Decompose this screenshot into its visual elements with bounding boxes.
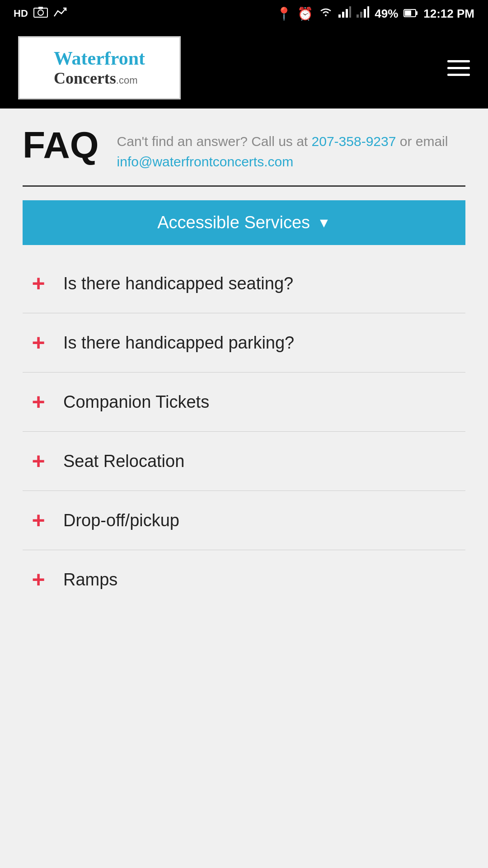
expand-icon: + [27, 272, 50, 295]
faq-contact-info: Can't find an answer? Call us at 207-358… [117, 127, 465, 172]
page-title: FAQ [23, 127, 99, 164]
svg-rect-8 [360, 12, 362, 18]
logo[interactable]: Waterfront Concerts .com [18, 36, 181, 99]
svg-rect-5 [346, 9, 348, 18]
faq-item-seat-relocation[interactable]: + Seat Relocation [23, 432, 465, 491]
faq-item-handicapped-parking[interactable]: + Is there handicapped parking? [23, 313, 465, 373]
expand-icon: + [27, 568, 50, 591]
expand-icon: + [27, 331, 50, 354]
svg-rect-7 [357, 14, 359, 18]
status-bar-right: 📍 ⏰ 49% [276, 6, 474, 21]
location-icon: 📍 [276, 6, 292, 21]
expand-icon: + [27, 509, 50, 532]
faq-item-companion-tickets[interactable]: + Companion Tickets [23, 373, 465, 432]
svg-rect-9 [364, 9, 366, 18]
main-content: FAQ Can't find an answer? Call us at 207… [0, 108, 488, 627]
faq-question-text: Is there handicapped seating? [63, 274, 293, 293]
svg-rect-10 [367, 6, 369, 18]
expand-icon: + [27, 450, 50, 472]
hamburger-line-1 [447, 60, 470, 62]
faq-question-text: Seat Relocation [63, 452, 184, 471]
logo-domain: .com [116, 75, 138, 86]
accessible-services-dropdown[interactable]: Accessible Services ▼ [23, 200, 465, 245]
svg-rect-6 [349, 6, 351, 18]
contact-or: or email [396, 134, 448, 149]
contact-pre-text: Can't find an answer? Call us at [117, 134, 312, 149]
svg-rect-12 [405, 10, 411, 16]
signal-icon [338, 6, 351, 21]
battery-icon [404, 6, 418, 21]
svg-point-1 [38, 10, 43, 15]
signal2-icon [357, 6, 369, 21]
logo-waterfront: Waterfront [54, 48, 145, 69]
chart-icon [53, 6, 68, 21]
svg-rect-2 [38, 7, 43, 9]
status-bar-left: HD [14, 6, 68, 21]
svg-rect-3 [338, 14, 341, 18]
hamburger-menu-button[interactable] [447, 60, 470, 76]
contact-phone[interactable]: 207-358-9237 [312, 134, 396, 149]
faq-item-dropoff-pickup[interactable]: + Drop-off/pickup [23, 491, 465, 550]
svg-rect-4 [342, 12, 344, 18]
faq-item-ramps[interactable]: + Ramps [23, 550, 465, 609]
wifi-icon [319, 6, 333, 21]
status-bar: HD 📍 ⏰ [0, 0, 488, 27]
faq-question-text: Ramps [63, 570, 117, 590]
faq-items-list: + Is there handicapped seating? + Is the… [23, 254, 465, 609]
battery-percentage: 49% [375, 7, 398, 21]
faq-title-divider [23, 185, 465, 187]
contact-email[interactable]: info@waterfrontconcerts.com [117, 154, 294, 169]
faq-question-text: Drop-off/pickup [63, 511, 179, 530]
expand-icon: + [27, 391, 50, 413]
chevron-down-icon: ▼ [317, 215, 331, 231]
photo-icon [33, 6, 48, 21]
hamburger-line-3 [447, 74, 470, 76]
faq-item-handicapped-seating[interactable]: + Is there handicapped seating? [23, 254, 465, 313]
alarm-icon: ⏰ [297, 6, 313, 21]
time-display: 12:12 PM [423, 7, 474, 21]
hamburger-line-2 [447, 67, 470, 69]
faq-header-section: FAQ Can't find an answer? Call us at 207… [23, 127, 465, 172]
faq-question-text: Is there handicapped parking? [63, 333, 294, 353]
accessible-services-label: Accessible Services [157, 213, 310, 232]
hd-badge: HD [14, 8, 28, 19]
svg-rect-13 [416, 11, 418, 15]
faq-question-text: Companion Tickets [63, 392, 209, 412]
logo-concerts: Concerts [54, 69, 116, 88]
app-header: Waterfront Concerts .com [0, 27, 488, 108]
